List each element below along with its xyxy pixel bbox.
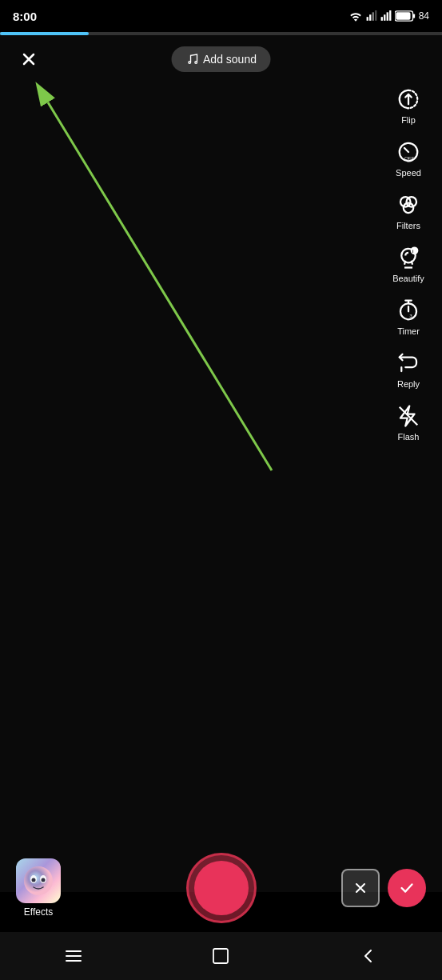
reply-label: Reply (397, 379, 420, 389)
top-controls: Add sound (0, 35, 442, 83)
signal-icon (366, 10, 377, 22)
record-button[interactable] (186, 853, 257, 923)
svg-text:3: 3 (409, 313, 412, 318)
svg-rect-29 (213, 949, 228, 963)
status-bar: 8:00 84 (0, 0, 442, 32)
svg-rect-7 (389, 10, 391, 21)
action-buttons (341, 869, 426, 907)
effects-icon (16, 858, 61, 903)
svg-rect-9 (412, 14, 415, 18)
bottom-controls: Effects (0, 844, 442, 932)
add-sound-button[interactable]: Add sound (171, 46, 271, 72)
add-sound-label: Add sound (203, 53, 257, 66)
flash-control[interactable]: Flash (384, 397, 432, 446)
svg-rect-6 (386, 12, 388, 20)
wifi-icon (348, 10, 363, 22)
confirm-icon (398, 879, 416, 897)
svg-rect-10 (396, 12, 410, 20)
right-controls: Flip OFF Speed Filters (384, 80, 432, 446)
timer-label: Timer (397, 326, 420, 336)
close-button[interactable] (13, 43, 45, 75)
status-icons: 84 (348, 10, 429, 22)
svg-text:OFF: OFF (404, 155, 415, 161)
battery-level: 84 (419, 10, 429, 22)
svg-point-27 (32, 878, 36, 882)
flip-icon (394, 85, 423, 114)
discard-icon (352, 880, 368, 896)
reply-control[interactable]: Reply (384, 344, 432, 394)
discard-button[interactable] (341, 869, 380, 907)
effects-button[interactable]: Effects (16, 858, 61, 918)
filters-control[interactable]: Filters (384, 186, 432, 235)
svg-point-28 (42, 878, 46, 882)
reply-icon (394, 349, 423, 378)
timer-control[interactable]: 3 Timer (384, 291, 432, 341)
nav-bar (0, 932, 442, 980)
flash-icon (394, 402, 423, 430)
beautify-label: Beautify (392, 274, 424, 283)
svg-point-24 (24, 866, 53, 895)
speed-label: Speed (396, 168, 421, 178)
flip-label: Flip (401, 115, 416, 125)
nav-menu[interactable] (58, 940, 90, 972)
battery-icon (395, 10, 416, 22)
svg-point-16 (407, 197, 417, 207)
speed-icon: OFF (394, 138, 423, 166)
nav-back[interactable] (352, 940, 384, 972)
filters-label: Filters (396, 221, 420, 230)
svg-point-17 (404, 203, 414, 214)
timer-icon: 3 (394, 296, 423, 325)
svg-rect-3 (375, 10, 376, 21)
nav-home[interactable] (205, 940, 237, 972)
effects-label: Effects (24, 906, 53, 918)
beautify-icon: i (394, 243, 423, 272)
flash-label: Flash (398, 432, 420, 442)
record-button-inner (194, 861, 249, 915)
menu-icon (64, 946, 83, 966)
beautify-control[interactable]: i Beautify (384, 238, 432, 288)
svg-rect-1 (369, 14, 371, 21)
filters-icon (394, 190, 423, 219)
signal2-icon (380, 10, 392, 22)
music-icon (185, 53, 198, 66)
speed-control[interactable]: OFF Speed (384, 133, 432, 182)
back-icon (359, 946, 378, 966)
svg-rect-4 (380, 17, 382, 21)
svg-rect-2 (372, 12, 373, 20)
home-icon (211, 946, 230, 966)
svg-rect-5 (384, 14, 385, 21)
flip-control[interactable]: Flip (384, 80, 432, 130)
confirm-button[interactable] (388, 869, 426, 907)
camera-view (0, 35, 442, 892)
status-time: 8:00 (13, 10, 37, 23)
svg-rect-0 (366, 17, 368, 21)
